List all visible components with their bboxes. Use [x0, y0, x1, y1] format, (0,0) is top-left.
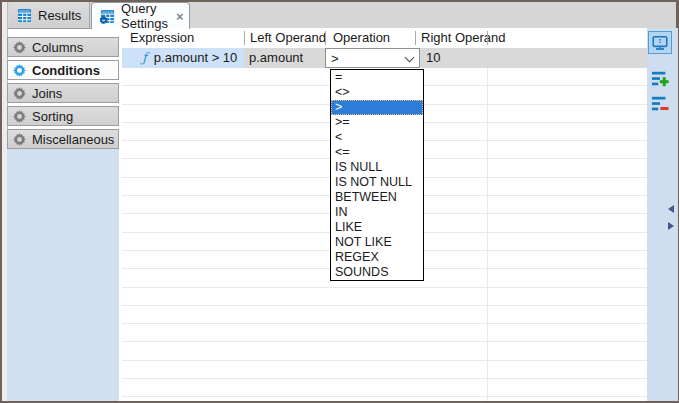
query-settings-panel: Results Query Settings × Columns Conditi… [0, 0, 679, 403]
sidebar-item-label: Miscellaneous [32, 132, 114, 147]
dropdown-option[interactable]: IS NOT NULL [331, 175, 423, 190]
gear-icon [13, 87, 26, 100]
gear-icon [13, 64, 26, 77]
query-settings-icon [100, 9, 115, 24]
column-divider[interactable] [487, 31, 488, 45]
panel-view-icon [651, 34, 669, 52]
column-header-left-operand[interactable]: Left Operand [250, 28, 326, 48]
tab-results-label: Results [38, 8, 81, 23]
expand-right-arrow-icon[interactable] [668, 222, 674, 230]
tab-results[interactable]: Results [9, 2, 90, 28]
conditions-table-header: Expression Left Operand Operation Right … [122, 28, 647, 48]
panel-view-button[interactable] [648, 31, 672, 54]
tab-bar: Results Query Settings × [8, 2, 676, 29]
chevron-down-icon[interactable] [405, 53, 415, 63]
dropdown-option[interactable]: LIKE [331, 220, 423, 235]
sidebar-item-conditions[interactable]: Conditions [7, 60, 119, 80]
function-icon: ƒ [142, 48, 147, 68]
right-operand-cell[interactable]: 10 [422, 48, 485, 68]
dropdown-option[interactable]: REGEX [331, 250, 423, 265]
sidebar-item-label: Joins [32, 86, 62, 101]
tab-query-settings-label: Query Settings [121, 1, 168, 31]
expression-cell[interactable]: ƒ p.amount > 10 [122, 48, 244, 68]
sidebar-item-sorting[interactable]: Sorting [7, 106, 119, 126]
dropdown-option[interactable]: <> [331, 85, 423, 100]
condition-row[interactable]: ƒ p.amount > 10 p.amount > 10 [122, 48, 647, 68]
dropdown-option[interactable]: NOT LIKE [331, 235, 423, 250]
column-header-right-operand[interactable]: Right Operand [421, 28, 506, 48]
remove-condition-button[interactable] [648, 92, 672, 115]
sidebar-item-miscellaneous[interactable]: Miscellaneous [7, 129, 119, 149]
left-operand-cell[interactable]: p.amount [244, 48, 324, 68]
gear-icon [13, 133, 26, 146]
dropdown-option[interactable]: IS NULL [331, 160, 423, 175]
operation-value: > [331, 51, 339, 66]
close-tab-icon[interactable]: × [176, 10, 184, 23]
sidebar-item-label: Sorting [32, 109, 73, 124]
dropdown-option[interactable]: = [331, 70, 423, 85]
sidebar-item-label: Conditions [32, 63, 100, 78]
add-condition-button[interactable] [648, 67, 672, 90]
gear-icon [13, 110, 26, 123]
column-header-operation[interactable]: Operation [333, 28, 390, 48]
dropdown-option[interactable]: <= [331, 145, 423, 160]
operation-dropdown-list: = <> > >= < <= IS NULL IS NOT NULL BETWE… [330, 69, 424, 281]
dropdown-option[interactable]: < [331, 130, 423, 145]
add-row-icon [651, 70, 669, 88]
expression-value: p.amount > 10 [154, 48, 237, 68]
column-divider[interactable] [325, 31, 326, 45]
dropdown-option[interactable]: SOUNDS [331, 265, 423, 280]
operation-combobox[interactable]: > [325, 48, 420, 68]
sidebar-item-columns[interactable]: Columns [7, 37, 119, 57]
right-toolbar [647, 28, 678, 401]
dropdown-option[interactable]: >= [331, 115, 423, 130]
collapse-left-arrow-icon[interactable] [668, 205, 674, 213]
sidebar-item-joins[interactable]: Joins [7, 83, 119, 103]
gear-icon [13, 41, 26, 54]
sidebar-background [7, 147, 119, 401]
dropdown-option[interactable]: BETWEEN [331, 190, 423, 205]
dropdown-option[interactable]: IN [331, 205, 423, 220]
tab-query-settings[interactable]: Query Settings × [91, 2, 190, 29]
column-header-expression[interactable]: Expression [130, 28, 194, 48]
column-divider[interactable] [415, 31, 416, 45]
dropdown-option-selected[interactable]: > [331, 100, 423, 115]
sidebar-item-label: Columns [32, 40, 83, 55]
column-divider[interactable] [244, 31, 245, 45]
column-gridline [487, 68, 488, 401]
remove-row-icon [651, 95, 669, 113]
results-table-icon [17, 8, 32, 23]
